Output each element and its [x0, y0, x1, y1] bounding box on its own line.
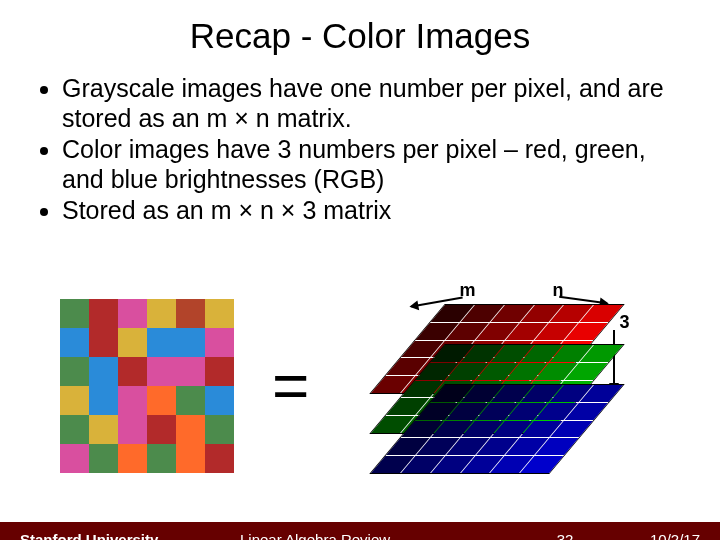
arrow-depth	[613, 330, 615, 390]
footer-course: Linear Algebra Review	[220, 531, 530, 541]
slide-title: Recap - Color Images	[0, 16, 720, 56]
footer-date: 10/2/17	[600, 531, 700, 541]
figure-row: = m n 3	[60, 286, 690, 486]
label-three: 3	[619, 312, 629, 333]
slide: Recap - Color Images Grayscale images ha…	[0, 16, 720, 540]
rgb-stack: m n 3	[347, 286, 647, 486]
bullet-item: Stored as an m × n × 3 matrix	[62, 196, 690, 226]
footer-university: Stanford University	[20, 531, 220, 541]
bullet-item: Color images have 3 numbers per pixel – …	[62, 135, 690, 194]
color-grid	[60, 299, 234, 473]
footer-page: 32	[530, 531, 600, 541]
footer-bar: Stanford University Linear Algebra Revie…	[0, 522, 720, 540]
bullet-item: Grayscale images have one number per pix…	[62, 74, 690, 133]
equals-sign: =	[272, 349, 309, 423]
bullet-list: Grayscale images have one number per pix…	[50, 74, 690, 226]
